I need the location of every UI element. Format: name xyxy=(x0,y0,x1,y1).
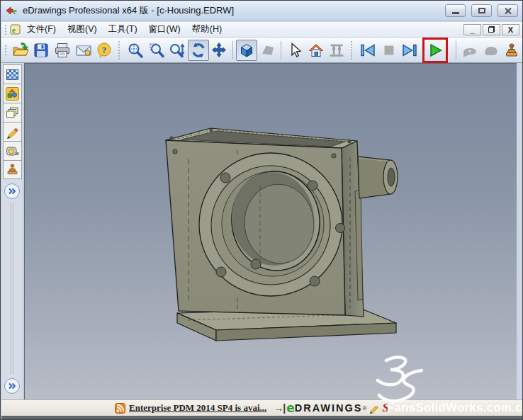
measure-tape-icon xyxy=(6,144,19,158)
home-button[interactable] xyxy=(305,40,327,61)
mdi-minimize-button[interactable]: _ xyxy=(463,24,481,35)
zoom-fit-button[interactable] xyxy=(125,40,146,61)
cloud-markup-icon xyxy=(483,42,500,59)
open-icon xyxy=(12,42,29,59)
app-window: e eDrawings Professional x64 版 - [c-Hous… xyxy=(0,0,523,420)
sidebar-expand-top-button[interactable] xyxy=(4,183,20,199)
send-email-button[interactable] xyxy=(73,40,94,61)
components-icon xyxy=(6,87,19,101)
zoom-fit-icon xyxy=(127,42,144,59)
stamp-button[interactable] xyxy=(501,40,522,61)
mass-properties-button[interactable] xyxy=(327,40,348,61)
pan-icon xyxy=(210,42,227,59)
toolbar-separator xyxy=(118,41,121,59)
next-step-icon xyxy=(400,42,419,59)
stop-button[interactable] xyxy=(378,40,400,61)
markup-pencil-icon xyxy=(6,125,19,139)
pan-button[interactable] xyxy=(209,40,230,61)
sidebar-ui-panels-button[interactable] xyxy=(3,64,22,84)
rotate-button[interactable] xyxy=(188,40,209,61)
svg-text:e: e xyxy=(13,6,17,16)
save-icon xyxy=(33,42,50,59)
comment-button[interactable] xyxy=(459,40,480,61)
previous-step-button[interactable] xyxy=(357,40,378,61)
zoom-area-icon xyxy=(148,42,165,59)
menu-window[interactable]: 窗口(W) xyxy=(143,22,186,37)
toolbar-grip xyxy=(5,45,7,55)
toolbar-separator xyxy=(232,41,233,59)
previous-step-icon xyxy=(359,42,377,59)
mdi-close-button[interactable]: X xyxy=(502,24,519,35)
edrawings-doc-icon: e xyxy=(10,24,21,35)
send-email-icon xyxy=(75,42,92,59)
save-button[interactable] xyxy=(31,40,52,61)
next-step-button[interactable] xyxy=(400,40,421,61)
home-icon xyxy=(308,42,325,59)
cloud-markup-button[interactable] xyxy=(480,40,502,61)
maximize-icon xyxy=(478,8,485,13)
sidebar-sheets-button[interactable] xyxy=(3,103,22,122)
rotate-icon xyxy=(190,42,207,59)
title-bar: e eDrawings Professional x64 版 - [c-Hous… xyxy=(1,1,522,21)
close-button[interactable] xyxy=(497,4,518,17)
rss-feed-icon xyxy=(115,403,125,414)
shaded-view-button[interactable] xyxy=(236,40,257,61)
shaded-cube-icon xyxy=(238,42,255,59)
menu-file[interactable]: 文件(F) xyxy=(21,22,62,37)
menu-tools[interactable]: 工具(T) xyxy=(103,22,143,37)
minimize-icon xyxy=(452,12,459,14)
draft-quality-button[interactable] xyxy=(257,40,279,61)
ui-panels-icon xyxy=(6,69,18,80)
print-icon xyxy=(54,42,71,59)
window-bottom-frame xyxy=(1,416,522,420)
pdm-update-link[interactable]: Enterprise PDM 2014 SP4 is avai... xyxy=(129,402,266,414)
left-sidebar xyxy=(1,63,23,399)
edrawings-logo-arrow: →| xyxy=(274,402,285,414)
maximize-button[interactable] xyxy=(471,4,492,17)
restore-icon xyxy=(488,26,495,33)
registered-mark: ® xyxy=(362,405,366,412)
select-arrow-icon xyxy=(286,42,303,59)
stamp-icon xyxy=(503,42,520,59)
sidebar-markup-button[interactable] xyxy=(3,122,22,141)
toolbar-separator xyxy=(456,41,456,59)
play-button[interactable] xyxy=(424,40,446,61)
select-button[interactable] xyxy=(284,40,305,61)
stamp-small-icon xyxy=(6,163,19,176)
chevron-double-right-icon xyxy=(7,381,17,391)
menu-view[interactable]: 视图(V) xyxy=(62,22,103,37)
housing-3d-model xyxy=(25,64,517,400)
draft-quality-icon xyxy=(259,42,276,59)
play-highlight-annotation xyxy=(422,38,448,63)
mdi-restore-button[interactable] xyxy=(483,24,500,35)
sidebar-expand-bottom-button[interactable] xyxy=(4,378,20,394)
window-title: eDrawings Professional x64 版 - [c-Housin… xyxy=(23,4,439,17)
close-icon xyxy=(504,7,512,15)
sidebar-components-button[interactable] xyxy=(3,84,22,103)
stop-icon xyxy=(381,42,398,59)
chevron-double-right-icon xyxy=(7,186,17,196)
zoom-area-button[interactable] xyxy=(146,40,167,61)
panel-splitter[interactable] xyxy=(11,203,13,374)
print-button[interactable] xyxy=(52,40,73,61)
model-viewport[interactable] xyxy=(24,63,517,399)
toolbar-separator xyxy=(351,41,354,59)
sidebar-stamp-button[interactable] xyxy=(3,160,22,179)
menu-help[interactable]: 帮助(H) xyxy=(186,22,227,37)
minimize-button[interactable] xyxy=(445,4,466,17)
sheets-icon xyxy=(6,106,19,120)
zoom-in-out-button[interactable] xyxy=(167,40,188,61)
play-icon xyxy=(427,42,444,59)
edrawings-logo-e: e xyxy=(286,401,295,415)
sidebar-measure-button[interactable] xyxy=(3,141,22,160)
toolbar: ? xyxy=(1,38,522,63)
menu-bar: e 文件(F) 视图(V) 工具(T) 窗口(W) 帮助(H) _ X xyxy=(1,22,522,38)
toolbar-separator xyxy=(281,41,281,59)
help-icon: ? xyxy=(96,42,113,59)
open-button[interactable] xyxy=(10,40,31,61)
menu-grip xyxy=(5,25,7,35)
comment-icon xyxy=(461,42,478,59)
help-button[interactable]: ? xyxy=(94,40,115,61)
edrawings-app-icon: e xyxy=(6,5,18,16)
svg-text:e: e xyxy=(12,25,16,34)
